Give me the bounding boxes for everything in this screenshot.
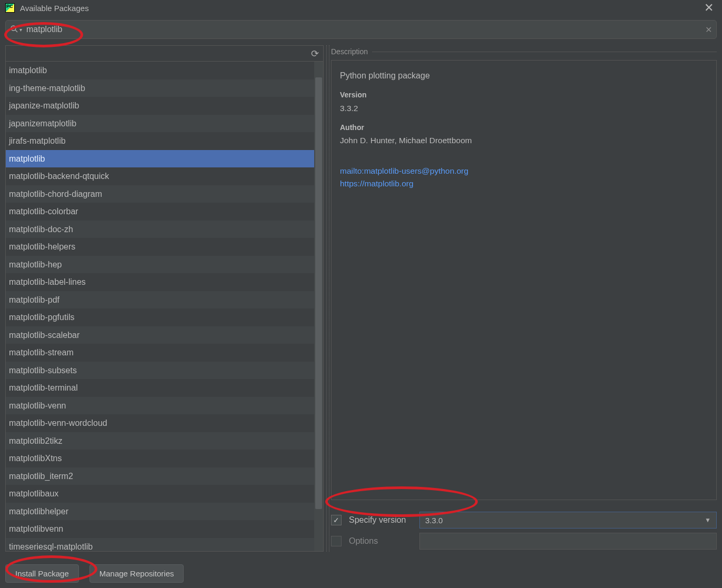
options-row: Options — [331, 531, 717, 552]
svg-line-1 — [15, 30, 17, 32]
manage-repositories-button[interactable]: Manage Repositories — [89, 564, 184, 583]
scrollbar[interactable] — [314, 62, 323, 551]
author-value: John D. Hunter, Michael Droettboom — [340, 135, 708, 146]
list-item[interactable]: matplotlib — [6, 150, 323, 168]
chevron-down-icon: ▼ — [705, 516, 711, 524]
clear-search-icon[interactable]: ✕ — [705, 25, 712, 35]
list-item[interactable]: matplotlib_iterm2 — [6, 467, 323, 485]
list-item[interactable]: matplotlib-backend-qtquick — [6, 167, 323, 185]
list-item[interactable]: matplotlib-label-lines — [6, 273, 323, 291]
list-item[interactable]: matplotlib-scalebar — [6, 326, 323, 344]
svg-point-0 — [11, 26, 16, 31]
list-item[interactable]: matplotlib-terminal — [6, 379, 323, 397]
list-item[interactable]: matplotlib-helpers — [6, 238, 323, 256]
specify-version-row: Specify version 3.3.0 ▼ — [331, 510, 717, 531]
splitter[interactable] — [324, 45, 331, 552]
list-item[interactable]: matplotlibvenn — [6, 520, 323, 538]
list-item[interactable]: jirafs-matplotlib — [6, 132, 323, 150]
list-item[interactable]: matplotlibXtns — [6, 450, 323, 467]
close-icon[interactable]: ✕ — [701, 1, 717, 15]
search-caret-icon[interactable]: ▾ — [19, 27, 22, 33]
version-value: 3.3.2 — [340, 103, 708, 114]
app-icon — [5, 3, 15, 13]
description-label: Description — [331, 45, 717, 60]
version-select[interactable]: 3.3.0 ▼ — [419, 512, 717, 529]
list-item[interactable]: matplotlib-chord-diagram — [6, 185, 323, 203]
list-item[interactable]: matplotlib-hep — [6, 256, 323, 274]
install-package-button[interactable]: Install Package — [5, 564, 79, 583]
description-panel: Description Python plotting package Vers… — [331, 45, 717, 552]
window-title: Available Packages — [20, 4, 89, 13]
list-item[interactable]: matplotlib-pdf — [6, 291, 323, 309]
title-bar: Available Packages ✕ — [0, 0, 722, 16]
author-heading: Author — [340, 123, 708, 133]
list-item[interactable]: matplotlibhelper — [6, 503, 323, 521]
version-heading: Version — [340, 90, 708, 101]
list-item[interactable]: matplotlib-colorbar — [6, 203, 323, 221]
list-item[interactable]: matplotlib-subsets — [6, 362, 323, 380]
list-item[interactable]: imatplotlib — [6, 62, 323, 79]
list-item[interactable]: timeseriesql-matplotlib — [6, 538, 323, 552]
list-item[interactable]: matplotlibaux — [6, 485, 323, 503]
refresh-icon[interactable]: ⟳ — [311, 48, 319, 59]
package-summary: Python plotting package — [340, 70, 708, 82]
specify-version-checkbox[interactable] — [331, 515, 342, 525]
specify-version-label: Specify version — [349, 515, 412, 525]
list-item[interactable]: matplotlib-venn — [6, 397, 323, 415]
list-item[interactable]: matplotlib2tikz — [6, 432, 323, 450]
package-list-panel: ⟳ imatplotlibing-theme-matplotlibjapaniz… — [5, 45, 324, 552]
options-checkbox[interactable] — [331, 536, 342, 546]
options-input[interactable] — [419, 533, 717, 550]
list-item[interactable]: matplotlib-venn-wordcloud — [6, 414, 323, 432]
list-item[interactable]: matplotlib-doc-zh — [6, 221, 323, 238]
list-item[interactable]: matplotlib-stream — [6, 344, 323, 362]
search-field-container: ▾ ✕ — [5, 20, 717, 39]
homepage-link[interactable]: https://matplotlib.org — [340, 178, 708, 190]
scrollbar-thumb[interactable] — [315, 77, 322, 509]
package-list[interactable]: imatplotlibing-theme-matplotlibjapanize-… — [6, 62, 323, 551]
version-select-value: 3.3.0 — [425, 516, 443, 525]
mailto-link[interactable]: mailto:matplotlib-users@python.org — [340, 165, 708, 177]
search-icon — [10, 25, 18, 35]
description-body: Python plotting package Version 3.3.2 Au… — [331, 60, 717, 500]
search-input[interactable] — [26, 25, 705, 34]
list-item[interactable]: ing-theme-matplotlib — [6, 79, 323, 97]
list-item[interactable]: japanizematplotlib — [6, 115, 323, 133]
list-item[interactable]: japanize-matplotlib — [6, 97, 323, 115]
options-label: Options — [349, 536, 412, 546]
list-item[interactable]: matplotlib-pgfutils — [6, 308, 323, 326]
